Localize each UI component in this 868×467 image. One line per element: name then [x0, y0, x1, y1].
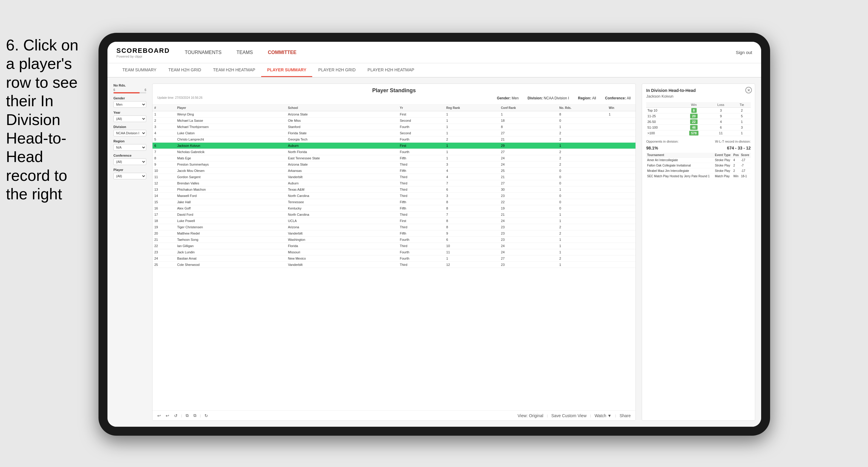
table-row[interactable]: 21 Taehoon Song Washington Fourth 6 23 1 [153, 237, 636, 243]
h2h-win: 20 [679, 114, 709, 119]
refresh-button[interactable]: ↻ [203, 413, 209, 419]
division-filter-label: Division [114, 125, 146, 129]
table-row[interactable]: 25 Cole Sherwood Vanderbilt Third 12 23 … [153, 262, 636, 268]
undo-button[interactable]: ↩ [156, 413, 162, 419]
cell-school: Georgia Tech [286, 136, 398, 143]
tourn-pos: Win [733, 174, 740, 179]
table-row[interactable]: 11 Gordon Sargent Vanderbilt Third 4 21 … [153, 174, 636, 180]
cell-school: Washington [286, 237, 398, 243]
h2h-rank: Top 10 [646, 108, 679, 114]
sub-nav-player-summary[interactable]: PLAYER SUMMARY [261, 63, 312, 77]
h2h-tie: 1 [733, 119, 751, 125]
tourn-score: 18-1 [740, 174, 751, 179]
table-row[interactable]: 22 Ian Gilligan Florida Third 10 24 1 [153, 243, 636, 249]
cell-reg: 3 [444, 161, 499, 168]
cell-reg: 9 [444, 230, 499, 237]
h2h-stats-table: Win Loss Tie Top 10 8 3 2 11-25 20 9 5 2… [646, 102, 751, 136]
table-row[interactable]: 3 Michael Thorbjornsen Stanford Fourth 1… [153, 124, 636, 130]
sub-nav-team-h2h-heatmap[interactable]: TEAM H2H HEATMAP [207, 63, 261, 77]
h2h-values-row: 98.1% 674 - 33 - 12 [646, 146, 751, 150]
copy-button[interactable]: ⧉ [184, 412, 190, 419]
table-row[interactable]: 24 Bastian Amat New Mexico Fourth 1 27 2 [153, 255, 636, 262]
paste-button[interactable]: ⧉ [192, 412, 197, 419]
table-row[interactable]: 19 Tiger Christensen Arizona Third 8 23 … [153, 224, 636, 230]
cell-rds: 1 [558, 218, 607, 224]
cell-conf: 23 [499, 193, 558, 199]
table-row[interactable]: 18 Luke Powell UCLA First 8 24 1 [153, 218, 636, 224]
player-select[interactable]: (All) [114, 173, 146, 179]
h2h-col-tie: Tie [733, 102, 751, 108]
view-original-button[interactable]: View: Original [516, 413, 545, 419]
sub-nav-player-h2h-heatmap[interactable]: PLAYER H2H HEATMAP [362, 63, 420, 77]
cell-rds: 1 [558, 262, 607, 268]
watch-button[interactable]: Watch ▼ [593, 413, 613, 419]
tourn-pos: 2 [733, 168, 740, 174]
table-row[interactable]: 1 Wenyi Ding Arizona State First 1 1 8 1 [153, 111, 636, 118]
reset-button[interactable]: ↺ [173, 413, 179, 419]
sub-nav-team-h2h-grid[interactable]: TEAM H2H GRID [162, 63, 207, 77]
cell-reg: 8 [444, 205, 499, 212]
nav-item-committee[interactable]: COMMITTEE [268, 48, 297, 57]
table-row[interactable]: 13 Phichakun Maichon Texas A&M Third 6 3… [153, 187, 636, 193]
conference-select[interactable]: (All) [114, 158, 146, 165]
cell-player: Jacob Mou Olesen [175, 168, 286, 174]
table-row[interactable]: 9 Preston Summerhays Arizona State Third… [153, 161, 636, 168]
table-row[interactable]: 7 Nicholas Gabrelcik North Florida Fourt… [153, 149, 636, 155]
cell-yr: Third [398, 174, 445, 180]
cell-rds: 0 [558, 205, 607, 212]
table-row[interactable]: 12 Brendan Valles Auburn Third 7 27 0 [153, 180, 636, 187]
division-select[interactable]: NCAA Division I [114, 130, 146, 136]
cell-player: Taehoon Song [175, 237, 286, 243]
toolbar-sep5: | [615, 414, 616, 417]
col-win: Win [607, 105, 636, 111]
table-row[interactable]: 16 Alex Goff Kentucky Fifth 8 19 0 [153, 205, 636, 212]
table-row[interactable]: 10 Jacob Mou Olesen Arkansas Fifth 4 25 … [153, 168, 636, 174]
h2h-panel: ✕ In Division Head-to-Head Jackson Koivu… [642, 84, 755, 421]
cell-win [607, 180, 636, 187]
save-custom-button[interactable]: Save Custom View [550, 413, 588, 419]
cell-win [607, 205, 636, 212]
table-row[interactable]: 15 Jake Hall Tennessee Fifth 8 22 0 [153, 199, 636, 205]
col-reg-rank: Reg Rank [444, 105, 499, 111]
sub-nav-team-summary[interactable]: TEAM SUMMARY [116, 63, 162, 77]
cell-num: 14 [153, 193, 175, 199]
sub-nav-player-h2h-grid[interactable]: PLAYER H2H GRID [312, 63, 362, 77]
h2h-rank: 51-100 [646, 125, 679, 130]
h2h-close-button[interactable]: ✕ [745, 87, 752, 93]
share-button[interactable]: Share [618, 413, 632, 419]
cell-conf: 27 [499, 130, 558, 136]
redo-button[interactable]: ↩ [164, 413, 170, 419]
cell-conf: 25 [499, 168, 558, 174]
region-select[interactable]: N/A [114, 144, 146, 151]
no-rds-slider[interactable]: 6 6 [114, 88, 146, 93]
cell-yr: Fifth [398, 199, 445, 205]
cell-win [607, 243, 636, 249]
table-row[interactable]: 4 Luke Claton Florida State Second 1 27 … [153, 130, 636, 136]
year-filter-label: Year [114, 111, 146, 114]
year-select[interactable]: (All) [114, 116, 146, 122]
table-row[interactable]: 14 Maxwell Ford North Carolina Third 3 2… [153, 193, 636, 199]
tourn-type: Match Play [714, 174, 733, 179]
table-row[interactable]: 2 Michael La Sasse Ole Miss Second 1 18 … [153, 118, 636, 124]
table-row[interactable]: 5 Christo Lamprecht Georgia Tech Fourth … [153, 136, 636, 143]
nav-item-tournaments[interactable]: TOURNAMENTS [185, 48, 221, 57]
table-row[interactable]: 23 Jack Lundin Missouri Fourth 11 24 1 [153, 249, 636, 255]
col-yr: Yr [398, 105, 445, 111]
gender-select[interactable]: Men [114, 101, 146, 108]
cell-win [607, 212, 636, 218]
cell-conf: 21 [499, 174, 558, 180]
cell-yr: Fourth [398, 124, 445, 130]
nav-item-teams[interactable]: TEAMS [237, 48, 253, 57]
cell-school: Auburn [286, 180, 398, 187]
tourn-col-type: Event Type [714, 153, 733, 158]
cell-reg: 8 [444, 199, 499, 205]
cell-num: 16 [153, 205, 175, 212]
table-row[interactable]: 17 David Ford North Carolina Third 7 21 … [153, 212, 636, 218]
cell-num: 17 [153, 212, 175, 218]
table-row[interactable]: 8 Mats Ege East Tennessee State Fifth 1 … [153, 155, 636, 161]
table-row[interactable]: 6 Jackson Koivun Auburn First 1 29 1 [153, 143, 636, 149]
cell-reg: 4 [444, 174, 499, 180]
table-row[interactable]: 20 Matthew Riedel Vanderbilt Fifth 9 23 … [153, 230, 636, 237]
sign-out-button[interactable]: Sign out [736, 50, 752, 55]
region-filter-label: Region [114, 139, 146, 143]
